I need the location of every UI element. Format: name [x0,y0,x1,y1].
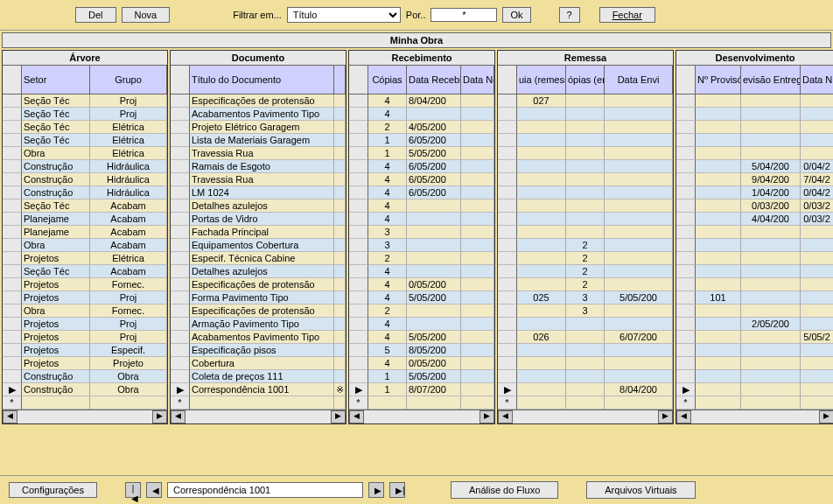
cell[interactable] [334,357,346,370]
h-scrollbar[interactable]: ◀▶ [349,410,494,424]
cell[interactable]: 2 [368,121,407,134]
table-row[interactable]: Cobertura [171,357,346,370]
cell[interactable] [407,304,461,318]
cell[interactable] [498,252,517,265]
cell[interactable] [171,331,190,344]
cell[interactable] [801,226,833,239]
cell[interactable] [741,147,801,160]
cell[interactable]: 0/03/2 [801,213,833,226]
cell[interactable]: Correspondência 1001 [190,383,334,396]
cell[interactable] [605,213,673,226]
cell[interactable] [498,160,517,173]
cell[interactable] [696,344,741,357]
cell[interactable] [741,396,801,410]
table-row[interactable]: 2/05/200 [676,318,833,331]
table-row[interactable]: 1/04/2000/04/2 [676,186,833,200]
cell[interactable]: 5/04/200 [741,160,801,173]
cell[interactable]: Especificação pisos [190,344,334,357]
cell[interactable] [696,331,741,344]
cell[interactable] [3,186,22,200]
scroll-track[interactable] [18,411,152,423]
table-row[interactable]: LM 1024 [171,186,346,200]
h-scrollbar[interactable]: ◀▶ [676,410,833,424]
table-row[interactable]: Acabamentos Pavimento Tipo [171,108,346,121]
cell[interactable]: 6/07/200 [605,331,673,344]
cell[interactable] [605,370,673,383]
cell[interactable] [741,239,801,252]
cell[interactable] [741,121,801,134]
cell[interactable] [696,396,741,410]
scroll-left-icon[interactable]: ◀ [676,410,691,424]
cell[interactable] [349,304,368,318]
cell[interactable] [605,278,673,291]
cell[interactable] [171,357,190,370]
table-row[interactable] [498,173,673,186]
cell[interactable]: 5/05/200 [407,291,461,304]
cell[interactable] [605,252,673,265]
cell[interactable] [605,304,673,318]
cell[interactable] [461,370,494,383]
cell[interactable]: Hidráulica [90,186,167,200]
new-row[interactable]: * [171,396,346,410]
cell[interactable] [801,134,833,147]
table-row[interactable]: Seção TécElétrica [3,121,167,134]
cell[interactable] [566,331,605,344]
table-row[interactable] [498,226,673,239]
table-row[interactable]: 101 [676,291,833,304]
cell[interactable] [801,370,833,383]
cell[interactable] [461,94,494,108]
table-row[interactable]: ObraElétrica [3,147,167,160]
cell[interactable]: 2 [566,278,605,291]
cell[interactable] [498,213,517,226]
table-row[interactable]: Armação Pavimento Tipo [171,318,346,331]
column-header[interactable]: Grupo [90,66,167,94]
cell[interactable]: 1/04/200 [741,186,801,200]
table-row[interactable]: ObraAcabam [3,239,167,252]
cell[interactable]: Elétrica [90,121,167,134]
table-row[interactable]: 2 [498,278,673,291]
table-row[interactable] [676,134,833,147]
cell[interactable]: 7/04/2 [801,173,833,186]
table-row[interactable]: 15/05/200 [349,147,494,160]
cell[interactable] [676,200,696,213]
table-row[interactable]: PlanejameAcabam [3,213,167,226]
table-row[interactable] [498,318,673,331]
cell[interactable] [3,134,22,147]
cell[interactable]: ※ [334,383,346,396]
cell[interactable] [3,108,22,121]
table-row[interactable] [676,278,833,291]
table-row[interactable]: Projeto Elétrico Garagem [171,121,346,134]
cell[interactable] [461,173,494,186]
cell[interactable] [171,265,190,278]
cell[interactable] [696,357,741,370]
cell[interactable]: 0/05/200 [407,357,461,370]
cell[interactable] [676,331,696,344]
cell[interactable]: Construção [22,160,90,173]
cell[interactable] [801,383,833,396]
cell[interactable]: 6/05/200 [407,160,461,173]
table-row[interactable]: Seção TécAcabam [3,200,167,213]
cell[interactable] [171,121,190,134]
cell[interactable]: 4/05/200 [407,121,461,134]
cell[interactable] [517,278,566,291]
cell[interactable]: Detalhes azulejos [190,200,334,213]
table-row[interactable]: Lista de Materiais Garagem [171,134,346,147]
table-row[interactable]: ▶18/07/200 [349,383,494,396]
table-row[interactable]: 46/05/200 [349,186,494,200]
cell[interactable] [334,331,346,344]
table-row[interactable]: 3 [349,239,494,252]
table-row[interactable]: 4 [349,213,494,226]
cell[interactable]: Especif. [90,344,167,357]
cell[interactable]: Fornec. [90,278,167,291]
cell[interactable]: 8/05/200 [407,344,461,357]
cell[interactable]: Construção [22,186,90,200]
cell[interactable] [3,200,22,213]
cell[interactable]: 5/05/200 [407,331,461,344]
fechar-button[interactable]: Fechar [599,7,655,23]
cell[interactable] [407,396,461,410]
cell[interactable] [676,147,696,160]
cell[interactable] [334,200,346,213]
cell[interactable] [517,160,566,173]
cell[interactable] [676,239,696,252]
cell[interactable]: 4 [368,331,407,344]
